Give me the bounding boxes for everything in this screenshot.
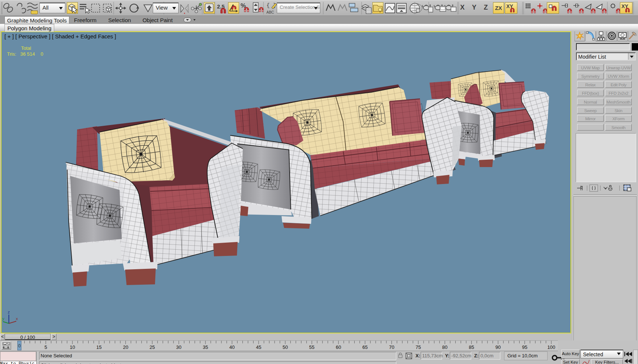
svg-text:100: 100 [547,344,555,350]
svg-text:y: y [2,316,4,321]
svg-text:35: 35 [203,344,208,350]
svg-text:25: 25 [149,344,155,350]
svg-text:40: 40 [230,344,235,350]
svg-text:60: 60 [336,344,341,350]
svg-text:45: 45 [256,344,261,350]
svg-text:80: 80 [442,344,447,350]
svg-text:90: 90 [496,344,501,350]
svg-text:z: z [8,310,10,314]
svg-text:10: 10 [70,344,75,350]
svg-text:50: 50 [283,344,288,350]
svg-text:x: x [16,316,18,321]
svg-text:30: 30 [176,344,181,350]
svg-text:20: 20 [123,344,128,350]
svg-text:65: 65 [362,344,368,350]
svg-text:5: 5 [44,344,47,350]
svg-text:15: 15 [96,344,101,350]
svg-text:55: 55 [309,344,314,350]
svg-text:ABC: ABC [266,10,274,14]
svg-text:75: 75 [415,344,421,350]
svg-text:95: 95 [522,344,527,350]
svg-text:70: 70 [389,344,394,350]
svg-text:85: 85 [469,344,474,350]
